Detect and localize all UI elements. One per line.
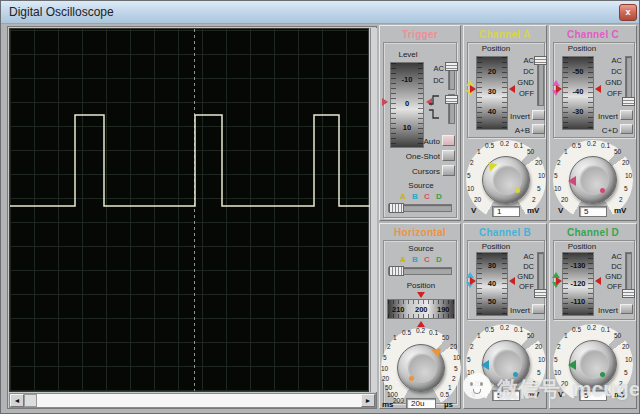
dial-num: 20 [622,159,629,166]
dial-num: 10 [625,172,632,179]
dial-num: 0.5 [485,326,494,333]
channel-c-gain-knob[interactable] [569,156,617,204]
position-label: Position [556,242,608,251]
channel-d-coupling-thumb[interactable] [622,289,635,298]
source-channel-c: C [424,255,430,264]
dial-num: 1 [564,332,568,339]
dial-num: 0.2 [500,140,509,147]
position-marker-left-icon [556,277,562,285]
vertical-scrollbar[interactable] [370,28,377,392]
sum-label: A+B [494,126,530,135]
channel-c-sum-button[interactable] [620,124,633,134]
channel-a-invert-button[interactable] [532,110,545,120]
dial-num: 10 [381,365,388,372]
dial-num: 0.1 [601,142,610,149]
dial-num: 2 [557,343,561,350]
one-shot-button[interactable] [442,150,455,161]
horizontal-position-label: Position [380,281,462,290]
level-tick: -10 [391,75,423,84]
dial-num: 0.2 [587,324,596,331]
coupling-gnd-label: GND [512,78,534,87]
trigger-ac-label: AC [426,64,444,73]
horizontal-scrollbar[interactable]: ◄ ► [9,393,376,408]
dial-num: 10 [467,185,474,192]
panel-trigger: Trigger Level -10 0 10 AC DC Auto One-Sh… [379,25,461,221]
millivolts-unit: mV [527,206,539,215]
dial-num: 5 [554,172,558,179]
scroll-left-button[interactable]: ◄ [10,394,24,407]
dial-num: 2 [557,159,561,166]
trigger-source-thumb[interactable] [389,203,404,213]
channel-b-invert-button[interactable] [532,304,545,314]
dial-num: 0.2 [500,324,509,331]
volts-unit: V [558,390,563,399]
trigger-title: Trigger [380,29,460,40]
dial-num: 10 [554,185,561,192]
dial-num: 2 [452,375,456,382]
dial-num: 5 [454,365,458,372]
volts-unit: V [471,390,476,399]
position-tick: 20 [477,67,507,76]
window-title: Digital Oscilloscope [9,5,114,19]
dial-num: 10 [625,356,632,363]
horizontal-source-thumb[interactable] [389,266,404,276]
channel-c-coupling-thumb[interactable] [622,97,635,106]
channel-b-gain-knob[interactable] [482,340,530,388]
invert-label: Invert [494,112,530,121]
channel-d-gain-knob[interactable] [569,340,617,388]
coupling-dc-label: DC [600,67,622,76]
one-shot-label: One-Shot [394,152,440,161]
level-marker-left-icon [382,98,388,106]
position-tick: -50 [563,67,593,76]
channel-d-knob-dot-icon [600,372,605,377]
dial-num: 0.5 [485,142,494,149]
scroll-thumb[interactable] [24,394,37,407]
dial-num: 10 [538,172,545,179]
level-tick: 0 [391,99,423,108]
scroll-right-button[interactable]: ► [361,394,375,407]
auto-button[interactable] [442,135,455,146]
channel-b-gain-value: 5 [492,390,520,401]
trigger-coupling-thumb[interactable] [445,62,458,71]
channel-b-coupling-thumb[interactable] [534,289,547,298]
dial-num: 0.1 [514,142,523,149]
channel-a-coupling-thumb[interactable] [534,56,547,65]
channel-d-gain-value: 5 [579,390,607,401]
position-marker-left-icon [470,85,476,93]
coupling-ac-label: AC [600,252,622,261]
dial-num: 20 [535,159,542,166]
coupling-dc-label: DC [512,262,534,271]
position-label: Position [556,44,608,53]
dial-num: 5 [537,185,541,192]
close-icon[interactable]: x [619,4,637,21]
trigger-edge-thumb[interactable] [445,95,458,104]
dial-num: 5 [467,172,471,179]
channel-c-invert-button[interactable] [620,110,633,120]
dial-num: 0.5 [572,142,581,149]
coupling-gnd-label: GND [600,78,622,87]
millivolts-unit: mV [614,206,626,215]
position-tick: 30 [477,87,507,96]
us-unit: µs [444,400,453,409]
volts-unit: V [558,206,563,215]
channel-a-gain-value: 1 [492,206,520,217]
invert-label: Invert [582,306,618,315]
dial-num: 1 [564,148,568,155]
dial-num: 50 [527,148,534,155]
cursors-button[interactable] [442,165,455,176]
oscilloscope-window: Digital Oscilloscope x ◄ ► Trigger Level… [0,0,640,414]
source-channel-a: A [400,255,406,264]
horizontal-position-scale[interactable]: 210 200 190 [387,299,455,319]
position-tick: -40 [563,87,593,96]
position-label: Position [470,44,522,53]
level-scale[interactable]: -10 0 10 [390,62,424,148]
source-channel-d: D [436,192,442,201]
channel-b-knob-dot-icon [513,372,518,377]
dial-num: 2 [619,196,623,203]
channel-a-sum-button[interactable] [532,124,545,134]
dial-num: 50 [442,334,449,341]
coupling-ac-label: AC [512,56,534,65]
channel-d-invert-button[interactable] [620,304,633,314]
channel-b-knob-pointer-icon [481,360,489,370]
hposition-tick: 210 [392,305,405,314]
